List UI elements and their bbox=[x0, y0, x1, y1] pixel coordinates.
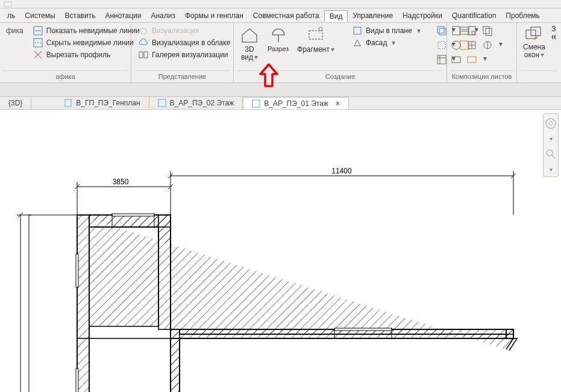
btn-switch-windows[interactable]: Сменаокон▾ bbox=[521, 25, 548, 58]
lbl: Фрагмент bbox=[297, 45, 330, 54]
tab-3d[interactable]: {3D} bbox=[0, 97, 31, 109]
tab-label: {3D} bbox=[8, 99, 22, 107]
zoom-icon[interactable] bbox=[545, 148, 557, 160]
cmd-label: Вырезать профиль bbox=[46, 51, 110, 59]
cmd-render-cloud[interactable]: Визуализация в облаке bbox=[135, 37, 234, 48]
tab-label: В_ГП_ПЭ_Генплан bbox=[76, 99, 140, 107]
cmd-hide-hidden-lines[interactable]: Скрыть невидимые линии bbox=[30, 37, 143, 48]
cut-icon bbox=[33, 50, 43, 60]
switch-icon bbox=[524, 25, 544, 42]
menu-annotate[interactable]: Аннотации bbox=[100, 10, 146, 21]
panel-windows: Сменаокон▾ Зне bbox=[517, 23, 560, 82]
menu-bar: ль Системы Вставить Аннотации Анализ Фор… bbox=[0, 8, 561, 23]
navigation-bar: ▾ ▾ bbox=[543, 113, 559, 177]
cloud-icon bbox=[139, 38, 148, 48]
quick-access-toolbar bbox=[0, 0, 561, 8]
chevron-down-icon[interactable]: ▾ bbox=[550, 166, 553, 173]
cmd-plan-views[interactable]: Виды в плане▾ bbox=[349, 25, 424, 36]
svg-rect-45 bbox=[77, 215, 89, 392]
svg-rect-28 bbox=[252, 100, 260, 107]
svg-rect-27 bbox=[158, 99, 166, 107]
svg-rect-26 bbox=[65, 99, 71, 107]
tab-floor-02[interactable]: В_АР_ПЭ_02 Этаж bbox=[149, 97, 243, 109]
svg-rect-5 bbox=[144, 52, 148, 58]
match-icon[interactable] bbox=[482, 40, 493, 51]
svg-rect-14 bbox=[437, 55, 446, 64]
btn-section[interactable]: Разрез bbox=[265, 25, 291, 53]
svg-point-3 bbox=[140, 28, 146, 34]
lbl: не bbox=[551, 33, 556, 41]
chevron-down-icon[interactable]: ▾ bbox=[452, 54, 456, 65]
cmd-label: Визуализация bbox=[152, 26, 199, 35]
cmd-render: Визуализация bbox=[135, 25, 234, 36]
panel-presentation: Визуализация Визуализация в облаке Галер… bbox=[131, 23, 234, 82]
plan-icon bbox=[252, 99, 260, 108]
chevron-down-icon[interactable]: ▾ bbox=[550, 135, 553, 142]
tab-floor-01[interactable]: В_АР_ПЭ_01 Этаж × bbox=[243, 97, 349, 110]
menu-systems[interactable]: Системы bbox=[20, 10, 60, 21]
menu-addins[interactable]: Надстройки bbox=[398, 10, 447, 21]
svg-rect-51 bbox=[112, 214, 154, 216]
steering-wheel-icon[interactable] bbox=[545, 117, 557, 129]
cmd-label: Показать невидимые линии bbox=[46, 26, 140, 35]
chevron-down-icon[interactable]: ▾ bbox=[452, 40, 456, 51]
btn-callout[interactable]: Фрагмент▾ bbox=[295, 25, 337, 54]
sheet-icon bbox=[64, 99, 72, 107]
menu-insert[interactable]: Вставить bbox=[60, 10, 101, 21]
svg-rect-18 bbox=[483, 26, 489, 34]
btn-3d-view[interactable]: 3Dвид▾ bbox=[237, 25, 262, 61]
lines-icon bbox=[33, 26, 43, 36]
cmd-show-hidden-lines[interactable]: Показать невидимые линии bbox=[30, 25, 143, 36]
tab-genplan[interactable]: В_ГП_ПЭ_Генплан bbox=[55, 97, 149, 109]
svg-rect-0 bbox=[4, 2, 11, 7]
svg-rect-8 bbox=[354, 27, 361, 34]
cmd-elevation[interactable]: Фасад▾ bbox=[349, 37, 424, 48]
floor-plan-drawing: 3850 11400 9250 bbox=[0, 110, 561, 392]
dup-view-icon[interactable] bbox=[436, 25, 447, 36]
cmd-label: Скрыть невидимые линии bbox=[46, 39, 134, 47]
menu-collab[interactable]: Совместная работа bbox=[248, 10, 324, 21]
svg-rect-9 bbox=[437, 26, 444, 33]
teapot-icon bbox=[139, 26, 148, 36]
drawing-canvas[interactable]: ▾ ▾ 3850 11400 9 bbox=[0, 110, 561, 392]
svg-rect-54 bbox=[76, 254, 78, 287]
cmd-render-gallery[interactable]: Галерея визуализации bbox=[135, 49, 234, 60]
menu-massing[interactable]: Формы и генплан bbox=[180, 10, 248, 21]
menu-problems[interactable]: Проблемь bbox=[501, 10, 544, 21]
svg-point-30 bbox=[549, 122, 553, 125]
cmd-label: Фасад bbox=[366, 39, 387, 47]
svg-rect-23 bbox=[468, 57, 476, 63]
viewport2-icon[interactable] bbox=[466, 54, 477, 65]
menu-file-frag[interactable]: ль bbox=[2, 10, 20, 21]
tab-label: В_АР_ПЭ_02 Этаж bbox=[170, 99, 234, 107]
close-icon[interactable]: × bbox=[336, 99, 340, 108]
sheet-dup-icon[interactable] bbox=[482, 25, 493, 36]
cmd-cut-profile[interactable]: Вырезать профиль bbox=[30, 49, 143, 60]
scope-icon[interactable] bbox=[436, 40, 447, 51]
chevron-down-icon[interactable]: ▾ bbox=[499, 40, 503, 51]
dim-3850: 3850 bbox=[113, 178, 129, 186]
gallery-icon bbox=[139, 50, 148, 60]
chevron-down-icon[interactable]: ▾ bbox=[452, 25, 456, 36]
svg-rect-50 bbox=[506, 329, 513, 338]
svg-rect-10 bbox=[439, 28, 446, 35]
btn-crop-frag[interactable]: Зне bbox=[551, 25, 556, 58]
svg-point-31 bbox=[547, 150, 553, 156]
chevron-down-icon[interactable]: ▾ bbox=[483, 54, 487, 65]
guide-icon[interactable] bbox=[466, 40, 477, 51]
menu-manage[interactable]: Управление bbox=[348, 10, 398, 21]
elev-icon bbox=[353, 38, 362, 48]
chevron-down-icon[interactable]: ▾ bbox=[475, 25, 478, 36]
sched-icon[interactable] bbox=[436, 54, 447, 65]
svg-rect-56 bbox=[334, 328, 392, 331]
menu-quant[interactable]: Quantification bbox=[447, 10, 501, 21]
svg-rect-55 bbox=[76, 369, 78, 392]
menu-view[interactable]: Вид bbox=[324, 10, 348, 22]
panel-create: 3Dвид▾ Разрез Фрагмент▾ Виды в плане▾ Фа… bbox=[234, 23, 447, 82]
plan-icon bbox=[158, 99, 166, 107]
view-tabs: {3D} В_ГП_ПЭ_Генплан В_АР_ПЭ_02 Этаж В_А… bbox=[0, 96, 561, 110]
dim-11400: 11400 bbox=[331, 167, 352, 175]
qat-icon bbox=[4, 1, 12, 7]
lbl: вид bbox=[241, 53, 253, 61]
menu-analyze[interactable]: Анализ bbox=[146, 10, 180, 21]
